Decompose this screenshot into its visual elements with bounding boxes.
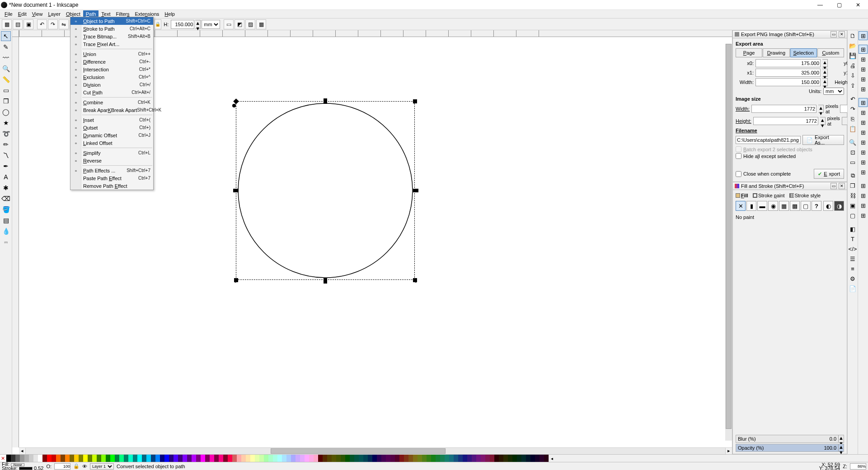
palette-swatch[interactable] <box>535 455 540 462</box>
fill-stroke-dock-button[interactable]: ▭ <box>830 183 837 189</box>
palette-swatch[interactable] <box>201 455 205 462</box>
scale-patterns-button[interactable]: ▦ <box>256 19 266 29</box>
blur-spin[interactable]: ▲▼ <box>838 435 844 442</box>
path-menu-inset[interactable]: ▫InsetCtrl+( <box>70 116 153 124</box>
status-layer-visibility-icon[interactable]: 👁 <box>82 464 87 469</box>
snap-intersect-button[interactable]: ⊞ <box>859 118 868 127</box>
snap-bbox-button[interactable]: ⊞ <box>859 45 868 54</box>
select-all-button[interactable]: ▦ <box>2 19 12 29</box>
cmd-copy[interactable]: ⎘ <box>848 114 857 123</box>
palette-swatch[interactable] <box>183 455 187 462</box>
palette-swatch[interactable] <box>237 455 241 462</box>
path-menu-combine[interactable]: ▫CombineCtrl+K <box>70 98 153 106</box>
palette-swatch[interactable] <box>52 455 56 462</box>
snap-bbox-edge-button[interactable]: ⊞ <box>859 55 868 64</box>
path-menu-trace-pixel-art[interactable]: ▫Trace Pixel Art... <box>70 40 153 48</box>
tool-node[interactable]: ✎ <box>1 42 11 52</box>
cmd-export[interactable]: ⇪ <box>848 81 857 90</box>
palette-swatch[interactable] <box>47 455 52 462</box>
palette-swatch[interactable] <box>408 455 413 462</box>
handle-e[interactable]: ↔ <box>413 189 418 192</box>
status-opacity-field[interactable] <box>54 463 70 470</box>
tool-fill[interactable]: 🪣 <box>1 205 11 214</box>
palette-swatch[interactable] <box>264 455 268 462</box>
path-menu-object-to-path[interactable]: ▫Object to PathShift+Ctrl+C <box>70 17 153 25</box>
palette-swatch[interactable] <box>418 455 422 462</box>
palette-swatch[interactable] <box>499 455 503 462</box>
export-panel-close-button[interactable]: ✕ <box>839 31 845 37</box>
palette-swatch[interactable] <box>305 455 309 462</box>
palette-swatch[interactable] <box>517 455 521 462</box>
snap-grid-button[interactable]: ⊞ <box>859 201 868 210</box>
palette-swatch[interactable] <box>169 455 174 462</box>
tool-3dbox[interactable]: ❒ <box>1 96 11 106</box>
scrollbar-horizontal[interactable]: ◂ ▸ <box>19 447 732 454</box>
x0-spin[interactable]: ▲▼ <box>822 59 828 67</box>
palette-swatch[interactable] <box>359 455 363 462</box>
height-spinner[interactable]: ▲▼ <box>195 20 201 29</box>
stroke-style-tab[interactable]: Stroke style <box>789 193 821 198</box>
cmd-print[interactable]: 🖨 <box>848 61 857 70</box>
palette-swatch[interactable] <box>65 455 70 462</box>
palette-swatch[interactable] <box>481 455 485 462</box>
palette-swatch[interactable] <box>255 455 259 462</box>
tool-zoom[interactable]: 🔍 <box>1 64 11 74</box>
stroke-paint-tab[interactable]: Stroke paint <box>753 193 785 198</box>
palette-swatch[interactable] <box>427 455 431 462</box>
palette-swatch[interactable] <box>228 455 232 462</box>
snap-guide-button[interactable]: ⊞ <box>859 211 868 220</box>
opacity-spin[interactable]: ▲▼ <box>838 444 844 451</box>
palette-swatch[interactable] <box>530 455 535 462</box>
palette-swatch[interactable] <box>386 455 390 462</box>
cmd-unlink[interactable]: ⛓ <box>848 191 857 200</box>
path-menu-union[interactable]: ▫UnionCtrl++ <box>70 50 153 58</box>
linear-gradient-button[interactable]: ▬ <box>757 201 767 211</box>
tool-measure[interactable]: 📏 <box>1 74 11 84</box>
tool-bezier[interactable]: 〽 <box>1 150 11 160</box>
palette-swatch[interactable] <box>467 455 472 462</box>
lock-aspect-button[interactable]: 🔒 <box>154 19 161 29</box>
palette-none-swatch[interactable]: ✕ <box>0 455 6 462</box>
palette-swatch[interactable] <box>192 455 196 462</box>
cmd-prefs[interactable]: ⚙ <box>848 274 857 283</box>
cmd-save[interactable]: 💾 <box>848 51 857 60</box>
x1-field[interactable] <box>755 69 821 77</box>
handle-sw[interactable]: ↙ <box>234 278 238 282</box>
palette-swatch[interactable] <box>83 455 88 462</box>
palette-swatch[interactable] <box>178 455 183 462</box>
palette-swatch[interactable] <box>422 455 427 462</box>
export-panel-dock-button[interactable]: ▭ <box>830 31 837 37</box>
palette-swatch[interactable] <box>377 455 381 462</box>
snap-bbox-corner-button[interactable]: ⊞ <box>859 65 868 74</box>
palette-swatch[interactable] <box>440 455 445 462</box>
palette-swatch[interactable] <box>277 455 282 462</box>
palette-swatch[interactable] <box>512 455 517 462</box>
palette-swatch[interactable] <box>155 455 160 462</box>
fill-stroke-close-button[interactable]: ✕ <box>839 183 845 189</box>
palette-swatch[interactable] <box>11 455 15 462</box>
palette-swatch[interactable] <box>449 455 454 462</box>
path-menu-reverse[interactable]: ▫Reverse <box>70 157 153 164</box>
status-stroke-swatch[interactable] <box>19 467 33 470</box>
palette-swatch[interactable] <box>70 455 74 462</box>
img-height-spin[interactable]: ▲▼ <box>820 117 826 125</box>
rotate-cw-button[interactable]: ↷ <box>48 19 58 29</box>
palette-swatch[interactable] <box>300 455 305 462</box>
palette-swatch[interactable] <box>273 455 277 462</box>
radial-gradient-button[interactable]: ◉ <box>768 201 778 211</box>
snap-button[interactable]: ⊞ <box>859 31 868 40</box>
snap-cusp-button[interactable]: ⊞ <box>859 128 868 137</box>
palette-swatch[interactable] <box>106 455 110 462</box>
tool-pencil[interactable]: ✏ <box>1 140 11 149</box>
status-layer-select[interactable]: Layer 1 <box>90 463 114 470</box>
palette-swatch[interactable] <box>314 455 318 462</box>
menu-help[interactable]: Help <box>162 10 178 18</box>
window-minimize-button[interactable]: — <box>811 0 829 9</box>
select-all-layers-button[interactable]: ▤ <box>13 19 23 29</box>
path-menu-paste-path-effect[interactable]: Paste Path EffectCtrl+7 <box>70 174 153 182</box>
ellipse-start-node[interactable] <box>232 104 236 107</box>
tool-dropper[interactable]: 💧 <box>1 226 11 236</box>
export-tab-custom[interactable]: Custom <box>817 48 844 57</box>
palette-swatch[interactable] <box>350 455 354 462</box>
palette-swatch[interactable] <box>490 455 494 462</box>
